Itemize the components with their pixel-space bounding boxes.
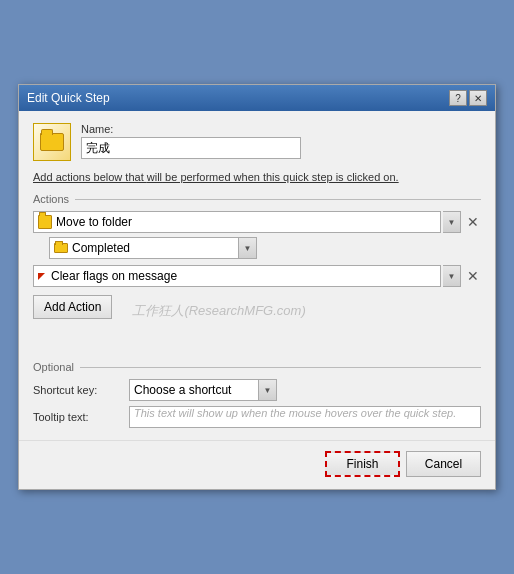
action1-row: Move to folder ▼ ✕ <box>33 211 481 233</box>
optional-section: Optional Shortcut key: Choose a shortcut… <box>33 361 481 428</box>
optional-section-header: Optional <box>33 361 481 373</box>
shortcut-value: Choose a shortcut <box>134 383 231 397</box>
completed-dropdown[interactable]: Completed <box>49 237 239 259</box>
flag-icon <box>38 273 45 280</box>
action1-label: Move to folder <box>56 215 132 229</box>
action1-subfolder-row: Completed ▼ <box>49 237 481 259</box>
quick-step-icon <box>33 123 71 161</box>
chevron-icon: ▼ <box>448 272 456 281</box>
action2-dropdown-arrow[interactable]: ▼ <box>443 265 461 287</box>
action2-label: Clear flags on message <box>51 269 177 283</box>
shortcut-dropdown-arrow[interactable]: ▼ <box>259 379 277 401</box>
shortcut-dropdown-wrap: Choose a shortcut ▼ <box>129 379 481 401</box>
edit-quick-step-dialog: Edit Quick Step ? ✕ Name: Add actions be… <box>18 84 496 490</box>
title-bar-buttons: ? ✕ <box>449 90 487 106</box>
close-button[interactable]: ✕ <box>469 90 487 106</box>
action1-dropdown[interactable]: Move to folder <box>33 211 441 233</box>
tooltip-label: Tooltip text: <box>33 411 123 423</box>
action2-dropdown[interactable]: Clear flags on message <box>33 265 441 287</box>
description-suffix: be performed when this quick step is cli… <box>162 171 399 183</box>
description-underline: will <box>147 171 162 183</box>
optional-grid: Shortcut key: Choose a shortcut ▼ Toolti… <box>33 379 481 428</box>
description-prefix: Add actions below that <box>33 171 147 183</box>
actions-section-header: Actions <box>33 193 481 205</box>
shortcut-label: Shortcut key: <box>33 384 123 396</box>
spacer <box>33 333 481 353</box>
completed-folder-icon <box>54 243 68 253</box>
name-label: Name: <box>81 123 481 135</box>
chevron-icon: ▼ <box>448 218 456 227</box>
description-text: Add actions below that will be performed… <box>33 171 481 183</box>
name-fields: Name: <box>81 123 481 159</box>
name-section: Name: <box>33 123 481 161</box>
tooltip-input[interactable]: This text will show up when the mouse ho… <box>129 406 481 428</box>
action2-row: Clear flags on message ▼ ✕ <box>33 265 481 287</box>
dialog-title: Edit Quick Step <box>27 91 110 105</box>
add-action-row: Add Action 工作狂人(ResearchMFG.com) <box>33 295 481 327</box>
folder-icon <box>40 133 64 151</box>
button-row: Finish Cancel <box>19 440 495 489</box>
tooltip-placeholder: This text will show up when the mouse ho… <box>134 407 456 419</box>
dialog-body: Name: Add actions below that will be per… <box>19 111 495 440</box>
finish-button[interactable]: Finish <box>325 451 400 477</box>
name-input[interactable] <box>81 137 301 159</box>
completed-dropdown-arrow[interactable]: ▼ <box>239 237 257 259</box>
add-action-button[interactable]: Add Action <box>33 295 112 319</box>
completed-label: Completed <box>72 241 130 255</box>
chevron-icon: ▼ <box>264 386 272 395</box>
help-button[interactable]: ? <box>449 90 467 106</box>
watermark-text: 工作狂人(ResearchMFG.com) <box>132 302 305 320</box>
shortcut-dropdown[interactable]: Choose a shortcut <box>129 379 259 401</box>
cancel-button[interactable]: Cancel <box>406 451 481 477</box>
chevron-icon: ▼ <box>244 244 252 253</box>
title-bar: Edit Quick Step ? ✕ <box>19 85 495 111</box>
action2-remove-button[interactable]: ✕ <box>465 268 481 284</box>
actions-area: Move to folder ▼ ✕ Completed ▼ <box>33 211 481 287</box>
folder-move-icon <box>38 215 52 229</box>
action1-dropdown-arrow[interactable]: ▼ <box>443 211 461 233</box>
action1-remove-button[interactable]: ✕ <box>465 214 481 230</box>
